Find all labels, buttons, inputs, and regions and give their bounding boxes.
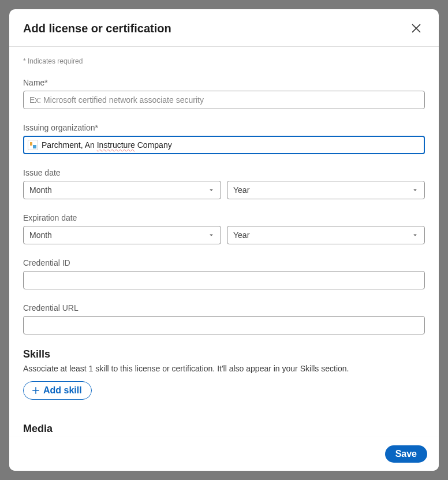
field-credential-id: Credential ID [23, 258, 425, 289]
expiration-date-label: Expiration date [23, 213, 425, 222]
credential-id-input[interactable] [23, 271, 425, 289]
credential-url-input[interactable] [23, 316, 425, 334]
field-credential-url: Credential URL [23, 303, 425, 334]
credential-url-label: Credential URL [23, 303, 425, 312]
add-certification-modal: Add license or certification * Indicates… [9, 9, 439, 471]
add-skill-label: Add skill [43, 385, 82, 396]
required-note: * Indicates required [23, 57, 425, 65]
org-input-value: Parchment, An Instructure Company [42, 140, 172, 150]
issue-year-select[interactable]: Year [227, 181, 425, 199]
issue-date-label: Issue date [23, 168, 425, 177]
credential-id-label: Credential ID [23, 258, 425, 267]
skills-title: Skills [23, 348, 425, 360]
media-title: Media [23, 423, 425, 435]
issue-month-select[interactable]: Month [23, 181, 221, 199]
name-input[interactable] [23, 91, 425, 109]
field-issuing-org: Issuing organization* Parchment, An Inst… [23, 123, 425, 154]
modal-body[interactable]: * Indicates required Name* Issuing organ… [9, 47, 439, 437]
field-issue-date: Issue date Month Year [23, 168, 425, 199]
add-skill-button[interactable]: Add skill [23, 381, 92, 400]
skills-section: Skills Associate at least 1 skill to thi… [23, 348, 425, 400]
media-section: Media [23, 423, 425, 435]
field-expiration-date: Expiration date Month Year [23, 213, 425, 244]
field-name: Name* [23, 78, 425, 109]
modal-footer: Save [9, 437, 439, 471]
plus-icon [31, 385, 41, 396]
expiration-year-select[interactable]: Year [227, 226, 425, 244]
org-logo-icon [28, 140, 38, 150]
close-button[interactable] [408, 20, 425, 37]
modal-title: Add license or certification [23, 22, 171, 35]
save-button[interactable]: Save [385, 445, 427, 463]
org-input[interactable]: Parchment, An Instructure Company [23, 136, 425, 154]
modal-header: Add license or certification [9, 9, 439, 47]
close-icon [410, 22, 423, 35]
name-label: Name* [23, 78, 425, 87]
expiration-month-select[interactable]: Month [23, 226, 221, 244]
org-label: Issuing organization* [23, 123, 425, 132]
skills-desc: Associate at least 1 skill to this licen… [23, 364, 425, 373]
